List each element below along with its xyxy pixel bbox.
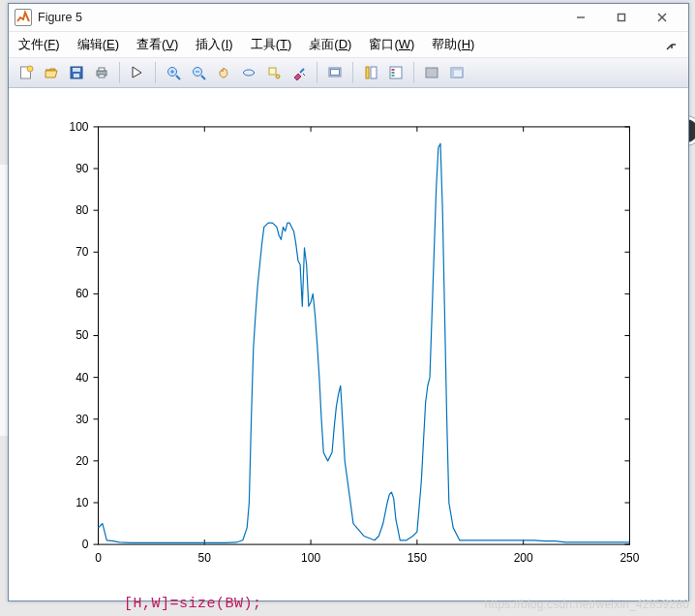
menu-edit[interactable]: 编辑(E) — [77, 36, 119, 53]
hide-tools-button[interactable] — [420, 61, 443, 84]
open-button[interactable] — [40, 61, 63, 84]
svg-rect-26 — [371, 67, 377, 78]
rotate-3d-button[interactable] — [237, 61, 260, 84]
brush-button[interactable] — [287, 61, 311, 84]
svg-rect-20 — [269, 68, 276, 75]
maximize-button[interactable] — [601, 4, 642, 31]
menu-file[interactable]: 文件(F) — [18, 36, 60, 53]
svg-text:20: 20 — [76, 454, 89, 468]
svg-rect-30 — [392, 75, 395, 77]
svg-point-19 — [244, 70, 255, 76]
new-figure-button[interactable] — [15, 61, 38, 84]
svg-rect-24 — [331, 70, 340, 76]
svg-point-5 — [27, 66, 33, 72]
menubar: 文件(F) 编辑(E) 查看(V) 插入(I) 工具(T) 桌面(D) 窗口(W… — [9, 32, 688, 58]
svg-point-21 — [276, 75, 280, 78]
svg-rect-8 — [74, 74, 79, 77]
window-controls — [560, 4, 682, 31]
link-data-button[interactable] — [323, 61, 347, 84]
figure-area[interactable]: 0102030405060708090100050100150200250 — [9, 88, 688, 601]
svg-text:100: 100 — [301, 551, 320, 565]
svg-rect-28 — [392, 69, 395, 71]
dock-toggle-icon[interactable] — [665, 38, 679, 51]
matlab-logo-icon — [15, 9, 32, 26]
svg-rect-10 — [99, 68, 105, 71]
svg-text:100: 100 — [70, 120, 89, 134]
insert-colorbar-button[interactable] — [359, 61, 382, 84]
print-button[interactable] — [90, 61, 113, 84]
insert-legend-button[interactable] — [384, 61, 408, 84]
data-cursor-button[interactable] — [262, 61, 286, 84]
menu-window[interactable]: 窗口(W) — [369, 36, 414, 53]
svg-rect-11 — [99, 75, 105, 77]
svg-text:10: 10 — [76, 496, 89, 509]
svg-line-13 — [176, 76, 180, 79]
svg-text:250: 250 — [619, 551, 639, 565]
svg-rect-31 — [426, 68, 438, 77]
watermark-text: https://blog.csdn.net/weixin_42859280 — [484, 598, 689, 611]
svg-rect-1 — [619, 15, 625, 21]
window-title: Figure 5 — [38, 11, 82, 24]
show-tools-button[interactable] — [445, 61, 468, 84]
svg-line-22 — [300, 69, 304, 73]
pan-button[interactable] — [212, 61, 235, 84]
line-chart[interactable]: 0102030405060708090100050100150200250 — [9, 88, 688, 601]
save-button[interactable] — [65, 61, 88, 84]
svg-text:40: 40 — [76, 371, 89, 385]
svg-text:50: 50 — [198, 551, 212, 565]
svg-text:0: 0 — [95, 551, 102, 565]
svg-text:150: 150 — [408, 551, 427, 565]
svg-rect-34 — [454, 68, 463, 71]
svg-rect-35 — [98, 127, 629, 544]
toolbar — [9, 58, 688, 88]
svg-text:50: 50 — [76, 329, 89, 343]
svg-text:90: 90 — [76, 162, 89, 175]
menu-desktop[interactable]: 桌面(D) — [309, 36, 351, 53]
svg-rect-33 — [451, 68, 454, 77]
menu-insert[interactable]: 插入(I) — [196, 36, 232, 53]
svg-text:30: 30 — [76, 413, 89, 426]
svg-text:70: 70 — [76, 245, 89, 259]
menu-help[interactable]: 帮助(H) — [432, 36, 474, 53]
svg-line-17 — [201, 76, 205, 79]
figure-window: Figure 5 文件(F) 编辑(E) 查看(V) 插入(I) 工具(T) 桌… — [8, 3, 689, 601]
svg-rect-25 — [366, 67, 369, 78]
code-fragment: [H,W]=size(BW); — [124, 596, 262, 612]
menu-tools[interactable]: 工具(T) — [251, 36, 292, 53]
edit-plot-button[interactable] — [126, 61, 149, 84]
menu-view[interactable]: 查看(V) — [136, 36, 178, 53]
close-button[interactable] — [642, 4, 682, 31]
svg-text:80: 80 — [76, 203, 89, 217]
svg-rect-29 — [392, 72, 395, 74]
zoom-in-button[interactable] — [162, 61, 185, 84]
svg-text:200: 200 — [514, 551, 533, 565]
minimize-button[interactable] — [560, 4, 601, 31]
svg-text:0: 0 — [82, 538, 89, 551]
titlebar: Figure 5 — [9, 4, 688, 32]
zoom-out-button[interactable] — [187, 61, 210, 84]
svg-text:60: 60 — [76, 287, 89, 300]
svg-rect-7 — [73, 68, 80, 72]
